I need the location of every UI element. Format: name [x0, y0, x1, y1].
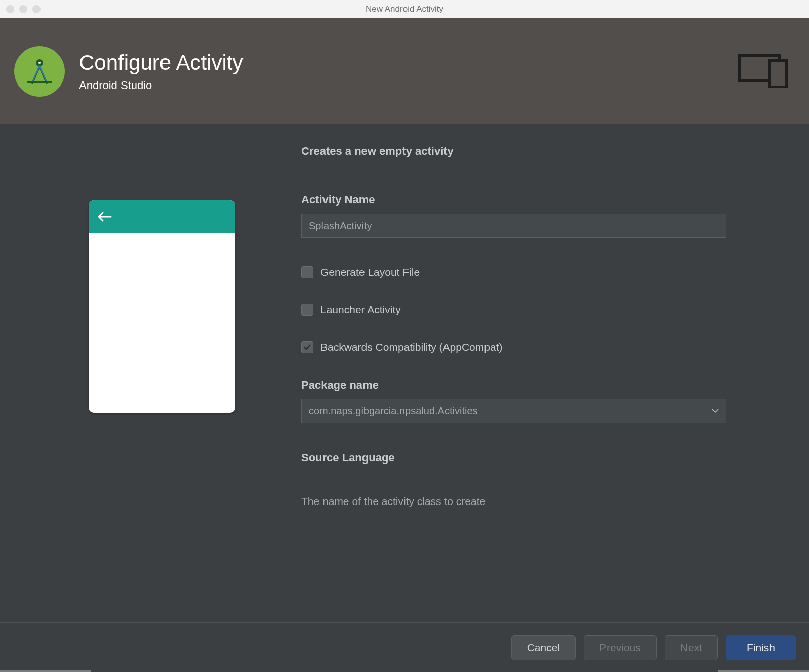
activity-preview: [89, 200, 235, 413]
backwards-compat-label: Backwards Compatibility (AppCompat): [320, 341, 502, 353]
package-name-value: com.naps.gibgarcia.npsalud.Activities: [302, 405, 704, 417]
generate-layout-checkbox-row[interactable]: Generate Layout File: [301, 266, 726, 278]
launcher-activity-checkbox-row[interactable]: Launcher Activity: [301, 304, 726, 316]
titlebar: New Android Activity: [0, 0, 809, 18]
previous-button: Previous: [584, 635, 657, 660]
back-arrow-icon: [98, 212, 112, 222]
hint-text: The name of the activity class to create: [301, 495, 726, 508]
wizard-header: Configure Activity Android Studio: [0, 18, 809, 124]
svg-point-1: [38, 62, 41, 64]
package-name-dropdown[interactable]: com.naps.gibgarcia.npsalud.Activities: [301, 399, 726, 423]
package-name-dropdown-button[interactable]: [704, 399, 726, 423]
devices-icon: [738, 53, 789, 90]
generate-layout-label: Generate Layout File: [320, 266, 420, 278]
close-window-button[interactable]: [6, 5, 14, 13]
backwards-compat-checkbox[interactable]: [301, 341, 313, 353]
backwards-compat-checkbox-row[interactable]: Backwards Compatibility (AppCompat): [301, 341, 726, 353]
svg-rect-2: [27, 81, 52, 83]
launcher-activity-checkbox[interactable]: [301, 304, 313, 316]
activity-description: Creates a new empty activity: [301, 145, 726, 158]
svg-rect-4: [770, 61, 787, 87]
minimize-window-button[interactable]: [19, 5, 27, 13]
source-language-label: Source Language: [301, 451, 726, 465]
activity-name-input[interactable]: [301, 214, 726, 238]
wizard-title: Configure Activity: [79, 51, 243, 75]
wizard-content: Creates a new empty activity Activity Na…: [0, 124, 809, 672]
preview-appbar: [89, 200, 235, 233]
chevron-down-icon: [712, 408, 719, 413]
generate-layout-checkbox[interactable]: [301, 266, 313, 278]
traffic-lights: [6, 5, 41, 13]
cancel-button[interactable]: Cancel: [511, 635, 576, 660]
wizard-footer: Cancel Previous Next Finish: [0, 622, 809, 672]
wizard-subtitle: Android Studio: [79, 79, 243, 92]
next-button: Next: [665, 635, 718, 660]
bottom-edge: [0, 670, 809, 672]
launcher-activity-label: Launcher Activity: [320, 304, 401, 316]
finish-button[interactable]: Finish: [726, 635, 796, 660]
android-studio-logo: [14, 46, 65, 97]
activity-name-label: Activity Name: [301, 193, 726, 206]
package-name-label: Package name: [301, 379, 726, 392]
maximize-window-button[interactable]: [32, 5, 41, 13]
window-title: New Android Activity: [366, 4, 443, 14]
form-separator: [301, 480, 726, 480]
